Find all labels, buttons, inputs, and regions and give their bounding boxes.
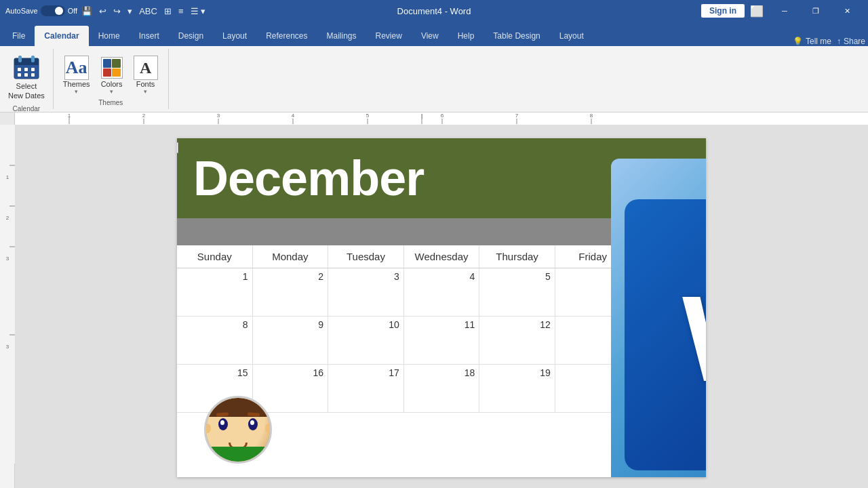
svg-rect-7 — [18, 73, 21, 77]
svg-text:3: 3 — [217, 113, 220, 119]
close-button[interactable]: ✕ — [831, 0, 863, 22]
document-title: Document4 - Word — [397, 6, 471, 16]
sign-in-button[interactable]: Sign in — [701, 4, 745, 18]
share-icon: ↑ — [837, 37, 841, 46]
fonts-icon: A — [134, 56, 158, 80]
avatar-eye-right — [248, 418, 258, 430]
tab-design[interactable]: Design — [169, 26, 213, 46]
colors-icon — [100, 56, 124, 80]
format-icon[interactable]: ⊞ — [164, 6, 172, 16]
extra-icon[interactable]: ☰ ▾ — [191, 6, 206, 16]
svg-rect-1 — [14, 58, 39, 65]
undo-icon[interactable]: ↩ — [99, 6, 106, 16]
tab-layout2[interactable]: Layout — [550, 26, 593, 46]
themes-label: Themes — [63, 80, 90, 88]
autosave-area: AutoSave Off — [5, 5, 77, 16]
tab-layout[interactable]: Layout — [213, 26, 256, 46]
cell-date: 7 — [635, 271, 702, 282]
autosave-state: Off — [68, 7, 77, 15]
autosave-toggle[interactable] — [41, 5, 65, 16]
themes-button[interactable]: Aa Themes ▾ — [59, 53, 94, 98]
select-new-dates-button[interactable]: Select New Dates — [5, 52, 47, 104]
vertical-ruler-svg: 1 2 3 3 — [0, 125, 15, 464]
themes-group-items: Aa Themes ▾ Colors ▾ — [59, 52, 163, 98]
svg-rect-8 — [24, 73, 28, 77]
cell-date: 15 — [181, 367, 248, 378]
tab-insert[interactable]: Insert — [130, 26, 169, 46]
avatar-ear-left — [206, 424, 211, 433]
move-handle[interactable]: ⊕ — [177, 142, 178, 153]
avatar — [204, 396, 272, 464]
fonts-arrow: ▾ — [144, 88, 147, 95]
cell-date: 16 — [257, 367, 324, 378]
cell-date: 14 — [635, 319, 702, 330]
cell-date: 4 — [408, 271, 475, 282]
restore-button[interactable]: ❐ — [800, 0, 831, 22]
autosave-label: AutoSave — [5, 7, 38, 15]
tab-view[interactable]: View — [412, 26, 448, 46]
align-icon[interactable]: ≡ — [178, 6, 184, 16]
calendar-row: 1 2 3 4 5 6 7 — [177, 268, 706, 317]
calendar-cell: 13 — [555, 317, 631, 364]
calendar-group-label: Calendar — [13, 105, 41, 113]
calendar-cell: 20 — [555, 365, 631, 412]
themes-icon: Aa — [64, 56, 89, 80]
ruler-svg: 1 2 3 4 5 | 6 7 8 — [15, 113, 868, 124]
tab-table-design[interactable]: Table Design — [484, 26, 549, 46]
colors-label: Colors — [101, 80, 123, 88]
svg-rect-5 — [24, 68, 28, 71]
tab-file[interactable]: File — [3, 26, 35, 46]
share-button[interactable]: ↑ Share — [837, 37, 865, 46]
tab-references[interactable]: References — [256, 26, 317, 46]
share-label: Share — [844, 37, 865, 46]
svg-text:2: 2 — [142, 113, 146, 119]
tell-me-label: Tell me — [806, 37, 831, 46]
month-title: December — [193, 150, 424, 206]
cell-date: 3 — [332, 271, 399, 282]
colors-button[interactable]: Colors ▾ — [96, 53, 128, 98]
day-friday: Friday — [555, 245, 631, 268]
calendar-header: December — [177, 138, 706, 218]
ribbon-right-tabs: 💡 Tell me ↑ Share — [793, 37, 865, 46]
tab-home[interactable]: Home — [89, 26, 130, 46]
themes-ribbon-group: Aa Themes ▾ Colors ▾ — [54, 49, 169, 109]
day-thursday: Thursday — [479, 245, 555, 268]
cell-date: 2 — [257, 271, 324, 282]
avatar-shirt — [206, 447, 270, 462]
tab-calendar[interactable]: Calendar — [35, 26, 88, 46]
svg-text:7: 7 — [515, 113, 519, 119]
day-tuesday: Tuesday — [328, 245, 404, 268]
color-swatch-green — [112, 59, 121, 68]
svg-text:3: 3 — [6, 256, 9, 262]
cell-date: 12 — [484, 319, 551, 330]
calendar-cell: 10 — [328, 317, 404, 364]
spelling-icon[interactable]: ABC — [139, 6, 157, 16]
redo-icon[interactable]: ↪ — [113, 6, 121, 16]
svg-text:3: 3 — [6, 344, 9, 350]
tab-review[interactable]: Review — [366, 26, 412, 46]
color-swatch-red — [103, 68, 112, 77]
cell-date: 21 — [635, 367, 702, 378]
calendar-cell: 12 — [479, 317, 555, 364]
calendar-cell: 18 — [404, 365, 480, 412]
horizontal-ruler: 1 2 3 4 5 | 6 7 8 — [15, 113, 868, 125]
customize-icon[interactable]: ▾ — [127, 6, 132, 16]
tell-me-input[interactable]: 💡 Tell me — [793, 37, 831, 46]
cell-date: 1 — [181, 271, 248, 282]
svg-text:6: 6 — [441, 113, 444, 119]
cell-date: 5 — [484, 271, 551, 282]
tab-mailings[interactable]: Mailings — [317, 26, 366, 46]
fonts-button[interactable]: A Fonts ▾ — [130, 53, 162, 98]
save-icon[interactable]: 💾 — [81, 6, 92, 16]
minimize-button[interactable]: ─ — [769, 0, 800, 22]
title-bar-right: Sign in ⬜ ─ ❐ ✕ — [701, 0, 863, 22]
svg-text:2: 2 — [6, 215, 9, 221]
ribbon-display-icon[interactable]: ⬜ — [750, 5, 764, 18]
calendar-cell: 2 — [253, 268, 329, 316]
calendar-row: 8 9 10 11 12 13 14 — [177, 317, 706, 365]
svg-rect-9 — [31, 73, 35, 77]
tab-help[interactable]: Help — [448, 26, 484, 46]
avatar-eye-left — [218, 418, 228, 430]
fonts-label: Fonts — [136, 80, 155, 88]
calendar-cell: 6 — [555, 268, 631, 316]
